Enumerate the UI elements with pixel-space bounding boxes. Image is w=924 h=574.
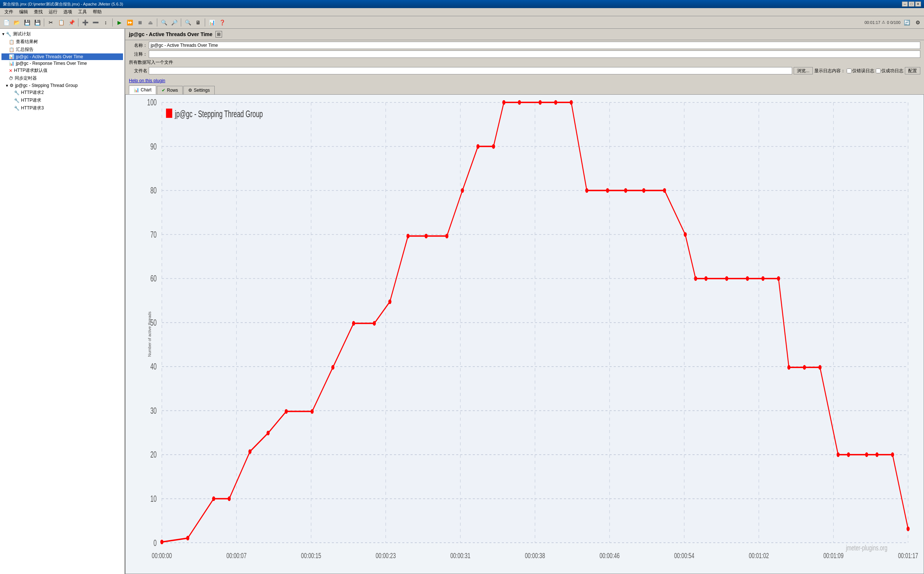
svg-text:00:00:23: 00:00:23 [376,551,396,560]
help-link[interactable]: Help on this plugin [129,78,920,83]
svg-point-47 [212,496,215,501]
tree-item-httpreq[interactable]: 🔧 HTTP请求 [2,96,123,104]
tree-item-viewresults[interactable]: 📋 查看结果树 [2,38,123,46]
svg-point-86 [875,453,878,457]
menu-help[interactable]: 帮助 [90,8,105,16]
svg-text:10: 10 [150,494,156,504]
tree-item-responsetimes[interactable]: 📊 jp@gc - Response Times Over Time [2,60,123,67]
httpassert-label: HTTP请求默认值 [14,68,47,74]
paste-button[interactable]: 📌 [67,18,76,27]
table-button[interactable]: 📊 [207,18,217,27]
comment-input[interactable] [149,50,920,58]
tab-chart[interactable]: 📊 Chart [129,85,156,94]
svg-text:00:01:02: 00:01:02 [749,551,769,560]
svg-point-85 [865,453,868,457]
cut-button[interactable]: ✂ [46,18,56,27]
rows-tab-label: Rows [167,88,178,93]
svg-text:00:00:07: 00:00:07 [227,551,247,560]
tree-item-httpreq3[interactable]: 🔧 HTTP请求3 [2,104,123,112]
success-log-checkbox-group[interactable]: 仅成功日志 [876,68,904,74]
panel-header: jp@gc - Active Threads Over Time ⊞ [125,29,924,40]
httpreq3-label: HTTP请求3 [21,105,44,111]
tree-item-httpassert[interactable]: ✕ HTTP请求默认值 [2,67,123,74]
menu-run[interactable]: 运行 [46,8,60,16]
save-button[interactable]: 💾 [22,18,31,27]
svg-text:00:00:54: 00:00:54 [674,551,694,560]
save-as-button[interactable]: 💾 [32,18,42,27]
tree-item-httpreq2[interactable]: 🔧 HTTP请求2 [2,89,123,96]
tree-item-steppinggroup[interactable]: ▼ ⚙ jp@gc - Stepping Thread Group [2,82,123,89]
aggregate-label: 汇总报告 [16,46,33,53]
clear-all-button[interactable]: 🔎 [169,18,179,27]
tabs: 📊 Chart ✔ Rows ⚙ Settings [125,84,924,94]
copy-button[interactable]: 📋 [56,18,66,27]
file-row: 文件名 浏览... 显示日志内容： 仅错误日志 仅成功日志 配置 [129,67,920,74]
httpassert-icon: ✕ [9,68,13,73]
expand-panel-button[interactable]: ⊞ [216,31,222,38]
settings-button[interactable]: ⚙ [913,18,922,27]
start-button[interactable]: ▶ [115,18,124,27]
chart-svg: 0 10 20 30 40 50 60 70 80 90 100 00:00:0… [126,95,924,574]
activethreads-label: jp@gc - Active Threads Over Time [16,54,83,59]
close-button[interactable]: ✕ [915,2,921,6]
tab-settings[interactable]: ⚙ Settings [183,86,214,94]
shutdown-button[interactable]: ⏏ [145,18,155,27]
svg-text:00:01:17: 00:01:17 [898,551,918,560]
collapse-button[interactable]: ➖ [91,18,100,27]
minimize-button[interactable]: ─ [902,2,908,6]
new-button[interactable]: 📄 [2,18,11,27]
tree-item-activethreads[interactable]: 📊 jp@gc - Active Threads Over Time [2,54,123,60]
refresh-button[interactable]: 🔄 [902,18,911,27]
expand-steppinggroup[interactable]: ▼ [5,84,9,88]
svg-text:70: 70 [150,230,156,240]
start-no-pause-button[interactable]: ⏩ [125,18,134,27]
viewresults-icon: 📋 [9,39,14,44]
svg-text:00:00:46: 00:00:46 [600,551,620,560]
svg-point-48 [228,496,231,501]
form-area: 名称： 注释： 所有数据写入一个文件 文件名 浏览... 显示日志内容： 仅错误… [125,40,924,77]
menu-file[interactable]: 文件 [2,8,16,16]
svg-point-73 [683,232,686,237]
stop-button[interactable]: ⏹ [135,18,145,27]
maximize-button[interactable]: □ [908,2,915,6]
tree-item-aggregate[interactable]: 📋 汇总报告 [2,46,123,54]
svg-point-53 [331,365,334,370]
sep4 [157,19,157,27]
toggle-button[interactable]: ↕ [101,18,110,27]
expand-triangle[interactable]: ▼ [2,32,5,36]
clear-button[interactable]: 🔍 [159,18,168,27]
menu-find[interactable]: 查找 [31,8,46,16]
tab-rows[interactable]: ✔ Rows [157,86,183,94]
error-log-checkbox-group[interactable]: 仅错误日志 [847,68,874,74]
error-log-checkbox[interactable] [847,69,852,73]
svg-point-83 [837,453,840,457]
open-button[interactable]: 📂 [12,18,21,27]
responsetimes-icon: 📊 [9,61,14,66]
menu-tools[interactable]: 工具 [75,8,90,16]
svg-point-54 [352,321,355,326]
success-log-checkbox[interactable] [876,69,880,73]
browse-button[interactable]: 浏览... [793,67,813,74]
menu-edit[interactable]: 编辑 [16,8,31,16]
menu-options[interactable]: 选项 [60,8,75,16]
help-btn[interactable]: ❓ [217,18,227,27]
file-input[interactable] [149,67,792,74]
menu-bar: 文件 编辑 查找 运行 选项 工具 帮助 [0,8,924,16]
remote-button[interactable]: 🖥 [194,18,203,27]
tree-item-timer[interactable]: ⏱ 同步定时器 [2,74,123,82]
tree-item-testplan[interactable]: ▼ 🔧 测试计划 [2,30,123,38]
svg-rect-89 [166,109,172,118]
expand-button[interactable]: ➕ [80,18,90,27]
find-button[interactable]: 🔍 [183,18,193,27]
svg-text:60: 60 [150,274,156,283]
svg-point-79 [777,276,780,281]
sep1 [44,19,44,27]
window-title: 聚合报告.jmx (D:\jmeter测试\聚合报告.jmx) - Apache… [3,2,123,7]
svg-point-82 [818,365,821,370]
name-input[interactable] [149,42,920,49]
svg-point-63 [502,100,505,105]
toolbar: 📄 📂 💾 💾 ✂ 📋 📌 ➕ ➖ ↕ ▶ ⏩ ⏹ ⏏ 🔍 🔎 🔍 🖥 📊 ❓ … [0,16,924,29]
config-button[interactable]: 配置 [905,67,920,74]
chart-inner: Number of active threads [126,95,924,574]
name-row: 名称： [129,42,920,49]
